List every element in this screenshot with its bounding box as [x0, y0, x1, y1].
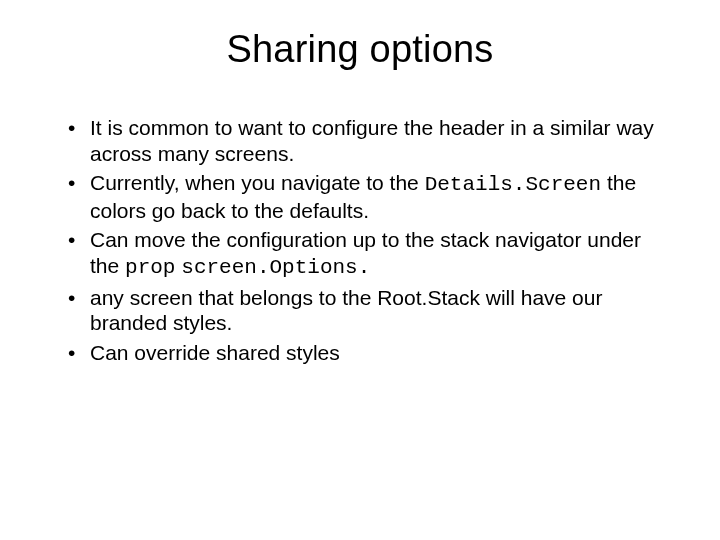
list-item: It is common to want to configure the he…	[68, 115, 668, 166]
list-item: Can move the configuration up to the sta…	[68, 227, 668, 280]
list-item: Can override shared styles	[68, 340, 668, 366]
slide-title: Sharing options	[52, 28, 668, 71]
inline-code: screen.Options.	[181, 256, 370, 279]
list-item: Currently, when you navigate to the Deta…	[68, 170, 668, 223]
bullet-text: Currently, when you navigate to the	[90, 171, 425, 194]
bullet-text: any screen that belongs to the Root.Stac…	[90, 286, 602, 335]
inline-code: Details.Screen	[425, 173, 601, 196]
bullet-list: It is common to want to configure the he…	[52, 115, 668, 365]
slide: Sharing options It is common to want to …	[0, 0, 720, 540]
bullet-text: Can override shared styles	[90, 341, 340, 364]
list-item: any screen that belongs to the Root.Stac…	[68, 285, 668, 336]
bullet-text: It is common to want to configure the he…	[90, 116, 654, 165]
inline-code: prop	[125, 256, 175, 279]
